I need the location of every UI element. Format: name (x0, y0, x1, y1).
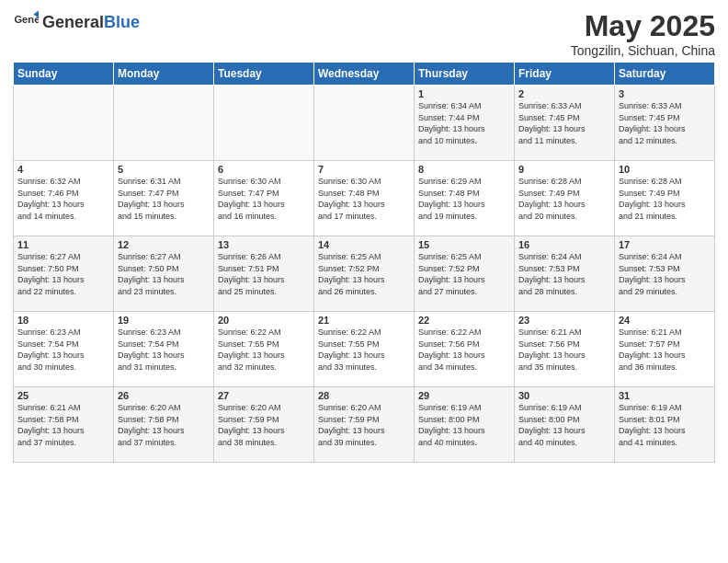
day-info: Sunrise: 6:19 AM Sunset: 8:00 PM Dayligh… (518, 402, 610, 448)
day-cell: 21Sunrise: 6:22 AM Sunset: 7:55 PM Dayli… (314, 312, 415, 387)
day-info: Sunrise: 6:21 AM Sunset: 7:57 PM Dayligh… (619, 327, 711, 373)
day-number: 2 (518, 88, 610, 99)
day-cell: 26Sunrise: 6:20 AM Sunset: 7:58 PM Dayli… (114, 387, 214, 463)
day-info: Sunrise: 6:21 AM Sunset: 7:58 PM Dayligh… (17, 402, 109, 448)
day-cell (314, 86, 415, 161)
day-cell: 30Sunrise: 6:19 AM Sunset: 8:00 PM Dayli… (515, 387, 615, 463)
day-cell: 5Sunrise: 6:31 AM Sunset: 7:47 PM Daylig… (114, 161, 214, 236)
day-cell: 24Sunrise: 6:21 AM Sunset: 7:57 PM Dayli… (615, 312, 715, 387)
day-cell: 22Sunrise: 6:22 AM Sunset: 7:56 PM Dayli… (415, 312, 515, 387)
day-info: Sunrise: 6:34 AM Sunset: 7:44 PM Dayligh… (418, 100, 510, 146)
day-cell: 31Sunrise: 6:19 AM Sunset: 8:01 PM Dayli… (615, 387, 715, 463)
location: Tongzilin, Sichuan, China (571, 43, 715, 58)
day-cell: 16Sunrise: 6:24 AM Sunset: 7:53 PM Dayli… (515, 236, 615, 312)
day-info: Sunrise: 6:21 AM Sunset: 7:56 PM Dayligh… (518, 327, 610, 373)
day-info: Sunrise: 6:24 AM Sunset: 7:53 PM Dayligh… (619, 251, 711, 297)
day-number: 27 (218, 390, 310, 401)
day-info: Sunrise: 6:30 AM Sunset: 7:47 PM Dayligh… (218, 176, 310, 222)
day-info: Sunrise: 6:31 AM Sunset: 7:47 PM Dayligh… (118, 176, 210, 222)
day-number: 17 (619, 239, 711, 250)
header-row: SundayMondayTuesdayWednesdayThursdayFrid… (14, 63, 715, 86)
day-cell (114, 86, 214, 161)
day-cell: 4Sunrise: 6:32 AM Sunset: 7:46 PM Daylig… (14, 161, 114, 236)
day-info: Sunrise: 6:23 AM Sunset: 7:54 PM Dayligh… (118, 327, 210, 373)
day-info: Sunrise: 6:22 AM Sunset: 7:55 PM Dayligh… (218, 327, 310, 373)
col-header-thursday: Thursday (415, 63, 515, 86)
day-number: 23 (518, 315, 610, 326)
logo-general-text: General (42, 13, 104, 31)
day-cell: 1Sunrise: 6:34 AM Sunset: 7:44 PM Daylig… (415, 86, 515, 161)
page-container: General GeneralBlue May 2025 Tongzilin, … (0, 0, 728, 472)
day-cell: 9Sunrise: 6:28 AM Sunset: 7:49 PM Daylig… (515, 161, 615, 236)
day-info: Sunrise: 6:29 AM Sunset: 7:48 PM Dayligh… (418, 176, 510, 222)
day-cell: 3Sunrise: 6:33 AM Sunset: 7:45 PM Daylig… (615, 86, 715, 161)
day-number: 30 (518, 390, 610, 401)
day-cell: 18Sunrise: 6:23 AM Sunset: 7:54 PM Dayli… (14, 312, 114, 387)
day-cell: 13Sunrise: 6:26 AM Sunset: 7:51 PM Dayli… (214, 236, 314, 312)
header: General GeneralBlue May 2025 Tongzilin, … (13, 9, 715, 58)
day-cell: 19Sunrise: 6:23 AM Sunset: 7:54 PM Dayli… (114, 312, 214, 387)
day-number: 19 (118, 315, 210, 326)
day-number: 7 (318, 164, 410, 175)
day-number: 18 (17, 315, 109, 326)
day-info: Sunrise: 6:33 AM Sunset: 7:45 PM Dayligh… (518, 100, 610, 146)
day-cell: 14Sunrise: 6:25 AM Sunset: 7:52 PM Dayli… (314, 236, 415, 312)
day-info: Sunrise: 6:27 AM Sunset: 7:50 PM Dayligh… (118, 251, 210, 297)
week-row-1: 1Sunrise: 6:34 AM Sunset: 7:44 PM Daylig… (14, 86, 715, 161)
day-number: 14 (318, 239, 410, 250)
day-cell: 23Sunrise: 6:21 AM Sunset: 7:56 PM Dayli… (515, 312, 615, 387)
day-number: 11 (17, 239, 109, 250)
day-info: Sunrise: 6:33 AM Sunset: 7:45 PM Dayligh… (619, 100, 711, 146)
day-cell: 6Sunrise: 6:30 AM Sunset: 7:47 PM Daylig… (214, 161, 314, 236)
day-number: 12 (118, 239, 210, 250)
day-info: Sunrise: 6:20 AM Sunset: 7:58 PM Dayligh… (118, 402, 210, 448)
col-header-friday: Friday (515, 63, 615, 86)
logo-blue-text: Blue (104, 13, 140, 31)
day-info: Sunrise: 6:32 AM Sunset: 7:46 PM Dayligh… (17, 176, 109, 222)
day-number: 31 (619, 390, 711, 401)
day-info: Sunrise: 6:22 AM Sunset: 7:55 PM Dayligh… (318, 327, 410, 373)
day-info: Sunrise: 6:28 AM Sunset: 7:49 PM Dayligh… (518, 176, 610, 222)
day-cell: 29Sunrise: 6:19 AM Sunset: 8:00 PM Dayli… (415, 387, 515, 463)
col-header-sunday: Sunday (14, 63, 114, 86)
day-info: Sunrise: 6:20 AM Sunset: 7:59 PM Dayligh… (318, 402, 410, 448)
day-number: 26 (118, 390, 210, 401)
day-info: Sunrise: 6:19 AM Sunset: 8:01 PM Dayligh… (619, 402, 711, 448)
day-info: Sunrise: 6:30 AM Sunset: 7:48 PM Dayligh… (318, 176, 410, 222)
day-number: 6 (218, 164, 310, 175)
day-info: Sunrise: 6:19 AM Sunset: 8:00 PM Dayligh… (418, 402, 510, 448)
day-number: 15 (418, 239, 510, 250)
calendar-table: SundayMondayTuesdayWednesdayThursdayFrid… (13, 62, 715, 463)
day-cell (214, 86, 314, 161)
day-number: 29 (418, 390, 510, 401)
logo-icon: General (13, 9, 39, 35)
day-number: 5 (118, 164, 210, 175)
day-number: 3 (619, 88, 711, 99)
day-number: 9 (518, 164, 610, 175)
day-cell: 7Sunrise: 6:30 AM Sunset: 7:48 PM Daylig… (314, 161, 415, 236)
day-info: Sunrise: 6:25 AM Sunset: 7:52 PM Dayligh… (418, 251, 510, 297)
day-info: Sunrise: 6:23 AM Sunset: 7:54 PM Dayligh… (17, 327, 109, 373)
day-number: 22 (418, 315, 510, 326)
day-info: Sunrise: 6:27 AM Sunset: 7:50 PM Dayligh… (17, 251, 109, 297)
day-cell: 11Sunrise: 6:27 AM Sunset: 7:50 PM Dayli… (14, 236, 114, 312)
day-info: Sunrise: 6:24 AM Sunset: 7:53 PM Dayligh… (518, 251, 610, 297)
day-cell: 2Sunrise: 6:33 AM Sunset: 7:45 PM Daylig… (515, 86, 615, 161)
week-row-2: 4Sunrise: 6:32 AM Sunset: 7:46 PM Daylig… (14, 161, 715, 236)
week-row-3: 11Sunrise: 6:27 AM Sunset: 7:50 PM Dayli… (14, 236, 715, 312)
day-number: 21 (318, 315, 410, 326)
day-number: 4 (17, 164, 109, 175)
day-number: 20 (218, 315, 310, 326)
col-header-wednesday: Wednesday (314, 63, 415, 86)
day-info: Sunrise: 6:22 AM Sunset: 7:56 PM Dayligh… (418, 327, 510, 373)
day-number: 24 (619, 315, 711, 326)
svg-text:General: General (14, 14, 39, 25)
title-block: May 2025 Tongzilin, Sichuan, China (571, 9, 715, 58)
day-cell: 15Sunrise: 6:25 AM Sunset: 7:52 PM Dayli… (415, 236, 515, 312)
day-cell: 17Sunrise: 6:24 AM Sunset: 7:53 PM Dayli… (615, 236, 715, 312)
col-header-tuesday: Tuesday (214, 63, 314, 86)
col-header-monday: Monday (114, 63, 214, 86)
day-number: 1 (418, 88, 510, 99)
day-cell: 20Sunrise: 6:22 AM Sunset: 7:55 PM Dayli… (214, 312, 314, 387)
day-info: Sunrise: 6:20 AM Sunset: 7:59 PM Dayligh… (218, 402, 310, 448)
